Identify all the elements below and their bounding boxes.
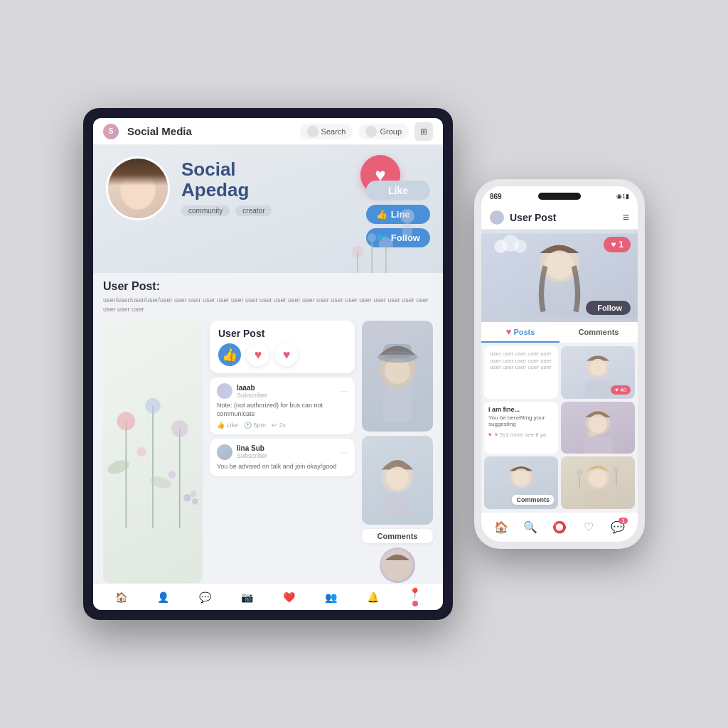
tab-posts[interactable]: ♥ Posts	[481, 322, 560, 343]
phone-bottom-nav: 🏠 🔍 ⭕ ♡ 💬 1	[481, 512, 638, 542]
svg-point-49	[589, 470, 606, 488]
heart-icon-badge: ♥	[611, 240, 616, 250]
phone-nav-home[interactable]: 🏠	[490, 516, 513, 539]
post-item-1-more[interactable]: ···	[341, 386, 348, 396]
phone-logo	[490, 210, 504, 225]
phone-notch: ◉1▮ 869	[481, 186, 638, 206]
svg-rect-29	[387, 484, 390, 493]
phone-device: ◉1▮ 869 User Post ≡	[474, 179, 645, 549]
post-item-2-more[interactable]: ···	[341, 447, 348, 457]
hamburger-menu-icon[interactable]: ≡	[623, 211, 629, 224]
post-action-like[interactable]: 👍 Like	[217, 422, 238, 429]
phone-screen: ◉1▮ 869 User Post ≡	[481, 186, 638, 542]
mini-heart-icon: ♥	[488, 432, 492, 438]
phone-nav-messages[interactable]: 💬 1	[606, 516, 629, 539]
phone-hero-image: ♥ 1 Follow	[481, 230, 638, 322]
svg-point-12	[145, 398, 161, 414]
phone-camera-icon: ⭕	[552, 520, 567, 534]
inner-user-post-title: User Post	[218, 328, 346, 339]
tab-comments[interactable]: Comments	[560, 322, 638, 343]
phone-topbar: User Post ≡	[481, 206, 638, 230]
portrait-girl-image-1	[362, 321, 433, 432]
tablet-nav-chat[interactable]: 💬	[199, 592, 211, 603]
phone-tabs: ♥ Posts Comments	[481, 322, 638, 343]
tablet-right-column: Comments	[362, 321, 433, 583]
tablet-nav-heart[interactable]: ❤️	[283, 592, 295, 603]
hero-meta-badge-community: community	[181, 205, 230, 216]
tablet-nav-camera[interactable]: 📷	[241, 592, 253, 603]
tablet-comments-tag[interactable]: Comments	[362, 529, 433, 543]
portrait-small	[380, 547, 415, 583]
post-text-body-1: user user user user user user user user …	[490, 350, 552, 371]
phone-text-body-2: You be benefiting your suggesting	[488, 414, 554, 427]
svg-point-53	[614, 467, 619, 472]
tablet-topbar: S Social Media Search Group ⊞	[93, 118, 443, 145]
svg-rect-43	[583, 437, 612, 454]
svg-point-14	[105, 458, 131, 477]
phone-botanical-card	[561, 456, 635, 509]
post-item-1-sub: Subscriber	[237, 392, 267, 399]
tablet-content: Social Apedag community creator ♥ Like	[93, 145, 443, 583]
hero-meta-badge-creator: creator	[235, 205, 272, 216]
post-item-2-sub: Subscriber	[237, 452, 267, 459]
phone-status-bar: ◉1▮	[616, 193, 629, 200]
reaction-like-btn[interactable]: 👍	[218, 343, 241, 366]
svg-point-37	[514, 240, 527, 253]
phone-nav-heart[interactable]: ♡	[577, 516, 600, 539]
post-item-1-name: Iaaab	[237, 384, 267, 392]
phone-like-badge[interactable]: ♥ 1	[604, 237, 631, 252]
tablet-nav-bell[interactable]: 🔔	[367, 592, 379, 603]
phone-comments-label: Comments	[512, 495, 554, 505]
post-action-reply[interactable]: ↩ 2x	[272, 422, 286, 429]
svg-point-18	[183, 494, 191, 502]
phone-search-icon: 🔍	[523, 520, 537, 534]
tablet-nav-user[interactable]: 👤	[157, 592, 169, 603]
tablet-nav-search[interactable]: Search	[300, 124, 353, 139]
phone-post-text-1: user user user user user user user user …	[484, 346, 558, 378]
tablet-hero: Social Apedag community creator ♥ Like	[93, 145, 443, 273]
phone-text-content-2: I am fine... You be benefiting your sugg…	[484, 402, 558, 432]
phone-like-row: ♥ ♥ 5s1 more see if ya	[484, 432, 558, 441]
pin-icon: 📍	[409, 587, 421, 599]
post-item-2-name: Iina Sub	[237, 444, 267, 452]
tablet-settings-icon[interactable]: ⊞	[414, 122, 433, 141]
phone-home-icon: 🏠	[494, 520, 508, 534]
groups-icon: 👥	[325, 592, 337, 603]
post-reactions: 👍 ♥ ♥	[218, 343, 346, 366]
phone-content-grid: user user user user user user user user …	[481, 343, 638, 512]
tablet-grid: User Post 👍 ♥ ♥	[93, 321, 443, 583]
tablet-device: S Social Media Search Group ⊞	[83, 108, 453, 620]
phone-portrait-card-3: Comments	[484, 456, 558, 509]
post-item-1-header: Iaaab Subscriber ···	[217, 383, 348, 399]
botanical-art	[103, 321, 203, 583]
home-icon: 🏠	[115, 592, 127, 603]
tablet-nav-home[interactable]: 🏠	[115, 592, 127, 603]
svg-point-13	[171, 420, 188, 437]
post-item-1: Iaaab Subscriber ··· Note: (not authoriz…	[210, 378, 355, 434]
reaction-heart-btn[interactable]: ♥	[247, 343, 269, 366]
svg-rect-23	[383, 387, 412, 422]
post-item-2: Iina Sub Subscriber ··· You be advised o…	[210, 439, 355, 477]
phone-nav-search[interactable]: 🔍	[519, 516, 542, 539]
phone-nav-camera[interactable]: ⭕	[548, 516, 571, 539]
post-action-time: 🕐 5pm	[244, 422, 266, 429]
hero-illustration	[336, 181, 436, 273]
phone-like-text: ♥ 5s1 more see if ya	[495, 432, 546, 438]
tablet-nav-groups[interactable]: 👥	[325, 592, 337, 603]
svg-point-6	[400, 209, 414, 223]
tablet-center-column: User Post 👍 ♥ ♥	[210, 321, 355, 583]
tablet-user-post-section: User Post: user/user/user/user/user user…	[93, 273, 443, 321]
phone-follow-button[interactable]: Follow	[586, 301, 631, 315]
chat-icon: 💬	[199, 592, 211, 603]
post-item-1-actions: 👍 Like 🕐 5pm ↩ 2x	[217, 422, 348, 429]
avatar-face	[108, 159, 168, 218]
svg-point-20	[192, 498, 198, 505]
tablet-nav-pin[interactable]: 📍	[409, 587, 421, 606]
tablet-left-column	[103, 321, 203, 583]
user-icon: 👤	[157, 592, 169, 603]
reaction-heart2-btn[interactable]: ♥	[275, 343, 298, 366]
tablet-nav-group[interactable]: Group	[358, 124, 409, 139]
post-item-2-avatar	[217, 444, 232, 460]
svg-point-44	[587, 431, 596, 437]
tablet-bottom-nav: 🏠 👤 💬 📷 ❤️ 👥 🔔	[93, 583, 443, 610]
